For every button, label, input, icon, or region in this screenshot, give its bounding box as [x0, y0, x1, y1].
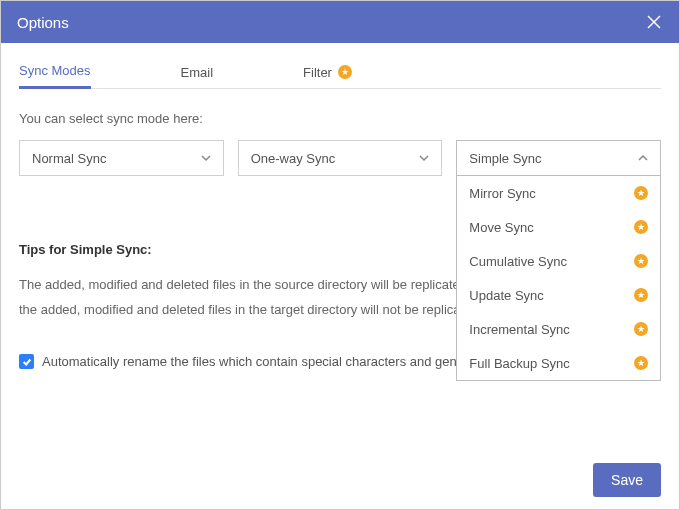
dropdown-item-label: Move Sync [469, 220, 533, 235]
chevron-down-icon [419, 153, 429, 163]
auto-rename-checkbox[interactable] [19, 354, 34, 369]
chevron-up-icon [638, 153, 648, 163]
dropdown-item-update-sync[interactable]: Update Sync ★ [457, 278, 660, 312]
dropdown-item-label: Full Backup Sync [469, 356, 569, 371]
star-icon: ★ [634, 220, 648, 234]
chevron-down-icon [201, 153, 211, 163]
dialog-footer: Save [1, 451, 679, 509]
tab-label: Email [181, 65, 214, 80]
tab-sync-modes[interactable]: Sync Modes [19, 55, 91, 89]
select-mode-1[interactable]: Normal Sync [19, 140, 224, 176]
star-icon: ★ [634, 288, 648, 302]
close-icon[interactable] [645, 13, 663, 31]
dropdown-item-mirror-sync[interactable]: Mirror Sync ★ [457, 176, 660, 210]
select-mode-3[interactable]: Simple Sync Mirror Sync ★ Move Sync ★ Cu… [456, 140, 661, 176]
dropdown-item-incremental-sync[interactable]: Incremental Sync ★ [457, 312, 660, 346]
select-mode-2[interactable]: One-way Sync [238, 140, 443, 176]
dropdown-item-label: Cumulative Sync [469, 254, 567, 269]
select-value: One-way Sync [251, 151, 336, 166]
dropdown-item-full-backup-sync[interactable]: Full Backup Sync ★ [457, 346, 660, 380]
dropdown-item-cumulative-sync[interactable]: Cumulative Sync ★ [457, 244, 660, 278]
dropdown-item-label: Incremental Sync [469, 322, 569, 337]
select-value: Simple Sync [469, 151, 541, 166]
tab-email[interactable]: Email [181, 55, 214, 89]
dropdown-menu: Mirror Sync ★ Move Sync ★ Cumulative Syn… [456, 176, 661, 381]
tab-label: Sync Modes [19, 63, 91, 78]
star-icon: ★ [634, 322, 648, 336]
dialog-content: Sync Modes Email Filter ★ You can select… [1, 43, 679, 451]
tabs: Sync Modes Email Filter ★ [19, 55, 661, 89]
tab-label: Filter [303, 65, 332, 80]
star-icon: ★ [634, 356, 648, 370]
dialog-title: Options [17, 14, 69, 31]
sync-mode-selects: Normal Sync One-way Sync Simple Sync [19, 140, 661, 176]
star-icon: ★ [338, 65, 352, 79]
tab-filter[interactable]: Filter ★ [303, 55, 352, 89]
titlebar: Options [1, 1, 679, 43]
star-icon: ★ [634, 186, 648, 200]
dropdown-item-move-sync[interactable]: Move Sync ★ [457, 210, 660, 244]
options-dialog: Options Sync Modes Email Filter ★ You ca… [0, 0, 680, 510]
prompt-text: You can select sync mode here: [19, 111, 661, 126]
star-icon: ★ [634, 254, 648, 268]
save-button[interactable]: Save [593, 463, 661, 497]
select-value: Normal Sync [32, 151, 106, 166]
dropdown-item-label: Mirror Sync [469, 186, 535, 201]
dropdown-item-label: Update Sync [469, 288, 543, 303]
